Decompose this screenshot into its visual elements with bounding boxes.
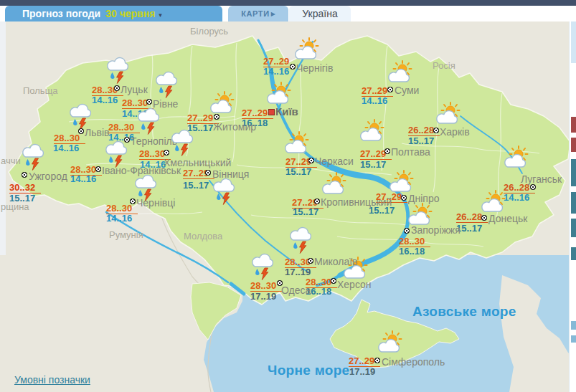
- city-label[interactable]: Київ: [275, 107, 298, 117]
- city-marker[interactable]: [290, 64, 296, 70]
- city-label[interactable]: Житомир: [213, 122, 256, 132]
- city-label[interactable]: Чернігів: [296, 63, 333, 73]
- storm-icon: [169, 124, 197, 157]
- night-temp: 14..16: [92, 95, 118, 105]
- night-temp: 17..19: [349, 367, 375, 376]
- legend-link[interactable]: Умовні позначки: [14, 374, 90, 386]
- storm-icon: [103, 135, 131, 168]
- sun-cloud-icon: [319, 172, 348, 195]
- city-marker[interactable]: [530, 184, 536, 190]
- sun-cloud-icon: [385, 60, 414, 83]
- city-label[interactable]: Сімферополь: [382, 357, 445, 367]
- city-label[interactable]: Луганськ: [521, 174, 562, 184]
- night-temp: 14..16: [504, 193, 529, 202]
- tab-bar: Прогноз погоди 30 червня ▾ КАРТИ ▶ Украї…: [0, 6, 576, 21]
- night-temp: 14..16: [263, 67, 289, 76]
- sun-cloud-icon: [292, 37, 321, 60]
- capital-marker[interactable]: [268, 109, 275, 115]
- sun-cloud-icon: [207, 91, 236, 114]
- city-label[interactable]: Запоріжжя: [411, 225, 461, 235]
- city-marker[interactable]: [401, 195, 407, 201]
- country-label: Білорусь: [190, 26, 228, 37]
- city-marker[interactable]: [22, 172, 27, 178]
- sun-cloud-icon: [501, 145, 530, 168]
- city-label[interactable]: Дніпро: [408, 193, 439, 204]
- night-temp: 15..17: [360, 160, 386, 169]
- city-label[interactable]: Харків: [440, 127, 470, 137]
- city-label[interactable]: Луцьк: [121, 85, 148, 95]
- night-temp: 14..16: [70, 174, 96, 183]
- chevron-down-icon[interactable]: ▾: [159, 11, 162, 19]
- city-marker[interactable]: [308, 258, 313, 264]
- storm-icon: [249, 248, 278, 281]
- city-label[interactable]: Чернівці: [136, 198, 175, 208]
- city-marker[interactable]: [308, 158, 314, 163]
- arrow-right-icon: ▶: [271, 11, 275, 17]
- city-label[interactable]: Черкаси: [315, 156, 354, 166]
- night-temp: 17..19: [285, 267, 311, 277]
- country-label: Молдова: [184, 231, 222, 242]
- storm-icon: [104, 52, 133, 85]
- city-label[interactable]: Миколаїв: [314, 257, 358, 267]
- city-label[interactable]: Одеса: [281, 285, 311, 295]
- city-marker[interactable]: [95, 166, 101, 172]
- day-temp: 30..32: [9, 183, 41, 193]
- city-label[interactable]: Ужгород: [29, 171, 67, 181]
- night-temp: 15..17: [285, 167, 311, 176]
- sun-cloud-icon: [264, 82, 293, 105]
- country-label: Румунія: [109, 229, 143, 240]
- city-marker[interactable]: [214, 114, 219, 120]
- city-marker[interactable]: [205, 170, 211, 176]
- country-label: Росія: [433, 60, 455, 71]
- sun-cloud-icon: [357, 119, 386, 142]
- city-marker[interactable]: [314, 199, 320, 204]
- city-marker[interactable]: [164, 150, 169, 156]
- night-temp: 14..16: [362, 96, 387, 105]
- sun-cloud-icon: [375, 330, 404, 353]
- city-label[interactable]: Вінниця: [212, 169, 249, 179]
- city-label[interactable]: Кропивницький: [321, 197, 392, 207]
- city-marker[interactable]: [404, 228, 410, 234]
- date-selector[interactable]: 30 червня: [105, 8, 155, 19]
- maps-label: КАРТИ: [241, 9, 269, 18]
- city-label[interactable]: Полтава: [391, 147, 430, 157]
- tab-maps[interactable]: КАРТИ ▶: [228, 6, 288, 21]
- browser-top-strip: [0, 0, 576, 6]
- city-label[interactable]: Херсон: [337, 279, 372, 290]
- storm-icon: [19, 138, 48, 171]
- country-label: Польща: [23, 85, 58, 96]
- city-marker[interactable]: [387, 87, 393, 92]
- city-marker[interactable]: [374, 358, 380, 363]
- city-marker[interactable]: [384, 148, 390, 154]
- sun-cloud-icon: [433, 102, 462, 125]
- storm-icon: [287, 221, 316, 254]
- night-temp: 16..18: [399, 247, 425, 256]
- sea-label: Азовське море: [412, 304, 516, 320]
- right-cutoff-panel: [569, 21, 576, 392]
- city-marker[interactable]: [78, 128, 84, 134]
- tab-forecast[interactable]: Прогноз погоди 30 червня ▾: [5, 6, 222, 21]
- city-label[interactable]: Донецьк: [488, 214, 527, 224]
- sun-cloud-icon: [478, 190, 507, 213]
- sun-cloud-icon: [405, 203, 434, 226]
- sea-label: Чорне море: [268, 363, 349, 378]
- night-temp: 15..17: [183, 181, 209, 190]
- night-temp: 14..16: [53, 143, 79, 153]
- city-marker[interactable]: [130, 199, 136, 204]
- night-temp: 14..16: [106, 214, 132, 223]
- night-temp: 15..17: [293, 207, 318, 216]
- forecast-label: Прогноз погоди: [22, 8, 100, 19]
- city-label[interactable]: Суми: [395, 85, 419, 95]
- country-label: аччи: [1, 156, 21, 166]
- city-marker[interactable]: [481, 215, 487, 221]
- weather-forecast-page: { "header": { "forecast_label": "Прогноз…: [0, 0, 576, 392]
- sun-cloud-icon: [387, 170, 415, 193]
- sun-cloud-icon: [282, 131, 311, 154]
- night-temp: 15..17: [408, 136, 434, 145]
- night-temp: 15..17: [9, 193, 35, 203]
- storm-icon: [153, 66, 181, 99]
- city-marker[interactable]: [114, 85, 120, 91]
- tab-ukraine[interactable]: Україна: [289, 6, 351, 21]
- city-marker[interactable]: [331, 278, 336, 284]
- city-marker[interactable]: [433, 128, 439, 133]
